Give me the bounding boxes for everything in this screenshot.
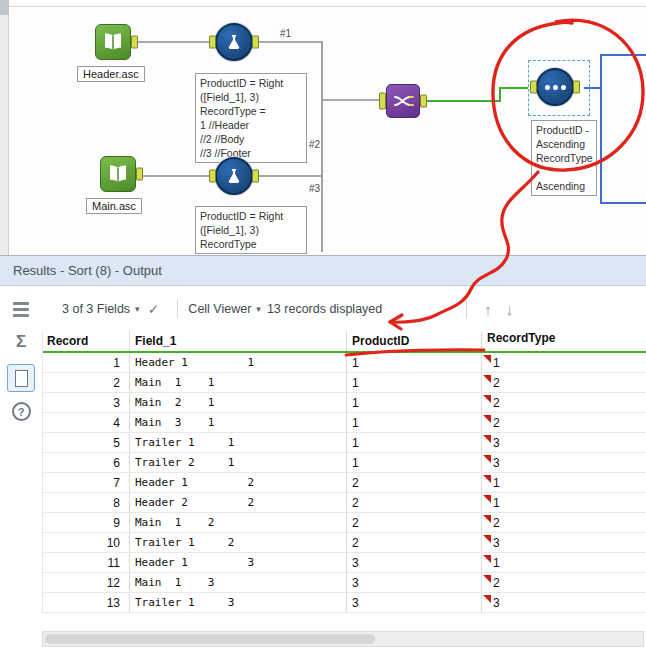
cell-record[interactable]: 4 [43, 413, 129, 432]
cell-field1[interactable]: Trailer 1 1 [129, 433, 346, 452]
cell-record[interactable]: 2 [43, 373, 129, 392]
cell-recordtype[interactable]: 3 [481, 453, 646, 472]
cell-productid[interactable]: 3 [346, 573, 481, 592]
fields-dropdown[interactable]: 3 of 3 Fields ▾ [62, 302, 140, 316]
tool-formula-top[interactable] [215, 23, 253, 61]
move-up-icon[interactable]: ↑ [484, 301, 492, 318]
cell-field1[interactable]: Main 3 1 [129, 413, 346, 432]
cell-field1[interactable]: Header 1 1 [129, 353, 346, 372]
cell-productid[interactable]: 2 [346, 493, 481, 512]
cell-field1[interactable]: Trailer 1 2 [129, 533, 346, 552]
table-row[interactable]: 3Main 2 112 [43, 393, 646, 413]
input-anchor[interactable] [209, 170, 216, 183]
move-down-icon[interactable]: ↓ [506, 301, 514, 318]
output-anchor[interactable] [573, 81, 580, 94]
cell-recordtype[interactable]: 1 [481, 493, 646, 512]
annotation-sort[interactable]: ProductID - Ascending RecordType - Ascen… [531, 120, 597, 196]
cell-productid[interactable]: 1 [346, 453, 481, 472]
table-row[interactable]: 6Trailer 2 113 [43, 453, 646, 473]
annotation-formula-bottom[interactable]: ProductID = Right ([Field_1], 3) RecordT… [195, 206, 307, 254]
cell-productid[interactable]: 1 [346, 393, 481, 412]
cell-record[interactable]: 11 [43, 553, 129, 572]
cell-recordtype[interactable]: 3 [481, 593, 646, 612]
cell-productid[interactable]: 1 [346, 373, 481, 392]
cell-productid[interactable]: 2 [346, 533, 481, 552]
cell-record[interactable]: 12 [43, 573, 129, 592]
output-anchor[interactable] [420, 95, 427, 108]
table-row[interactable]: 1Header 1 111 [43, 353, 646, 373]
cell-record[interactable]: 5 [43, 433, 129, 452]
cell-recordtype[interactable]: 3 [481, 533, 646, 552]
output-anchor[interactable] [136, 168, 143, 181]
cell-recordtype[interactable]: 1 [481, 553, 646, 572]
table-row[interactable]: 10Trailer 1 223 [43, 533, 646, 553]
cell-field1[interactable]: Main 1 3 [129, 573, 346, 592]
cell-field1[interactable]: Header 1 3 [129, 553, 346, 572]
cell-recordtype[interactable]: 2 [481, 573, 646, 592]
cell-record[interactable]: 9 [43, 513, 129, 532]
cell-productid[interactable]: 3 [346, 593, 481, 612]
annotation-formula-top[interactable]: ProductID = Right ([Field_1], 3) RecordT… [195, 73, 307, 163]
cell-field1[interactable]: Main 1 1 [129, 373, 346, 392]
column-header-record[interactable]: Record [43, 331, 129, 351]
cell-record[interactable]: 1 [43, 353, 129, 372]
tool-label-header-asc[interactable]: Header.asc [77, 66, 145, 82]
tool-input-main[interactable] [100, 156, 136, 192]
tool-input-header[interactable] [95, 24, 131, 60]
table-view-button[interactable] [0, 300, 42, 317]
cell-field1[interactable]: Header 1 2 [129, 473, 346, 492]
tool-union[interactable] [386, 84, 420, 118]
horizontal-scrollbar[interactable] [42, 631, 644, 647]
input-anchor[interactable] [530, 81, 537, 94]
table-row[interactable]: 11Header 1 331 [43, 553, 646, 573]
table-row[interactable]: 13Trailer 1 333 [43, 593, 646, 613]
cell-productid[interactable]: 1 [346, 413, 481, 432]
cell-record[interactable]: 6 [43, 453, 129, 472]
tool-label-main-asc[interactable]: Main.asc [86, 198, 142, 214]
connection-union-sort[interactable] [422, 88, 528, 101]
cell-recordtype[interactable]: 2 [481, 513, 646, 532]
table-row[interactable]: 8Header 2 221 [43, 493, 646, 513]
tool-formula-bottom[interactable] [215, 157, 253, 195]
cell-field1[interactable]: Header 2 2 [129, 493, 346, 512]
table-row[interactable]: 7Header 1 221 [43, 473, 646, 493]
cell-field1[interactable]: Trailer 1 3 [129, 593, 346, 612]
cell-record[interactable]: 8 [43, 493, 129, 512]
cell-productid[interactable]: 1 [346, 353, 481, 372]
cell-recordtype[interactable]: 2 [481, 413, 646, 432]
connection-sort-output-up[interactable] [601, 55, 646, 88]
cell-record[interactable]: 7 [43, 473, 129, 492]
table-row[interactable]: 9Main 1 222 [43, 513, 646, 533]
table-row[interactable]: 4Main 3 112 [43, 413, 646, 433]
preview-view-button[interactable] [0, 364, 42, 392]
cell-record[interactable]: 10 [43, 533, 129, 552]
table-row[interactable]: 5Trailer 1 113 [43, 433, 646, 453]
scrollbar-thumb[interactable] [45, 634, 375, 644]
cell-record[interactable]: 13 [43, 593, 129, 612]
tool-sort[interactable] [536, 68, 574, 106]
table-row[interactable]: 12Main 1 332 [43, 573, 646, 593]
input-anchor[interactable] [209, 36, 216, 49]
input-anchor[interactable] [379, 93, 386, 110]
cell-recordtype[interactable]: 2 [481, 393, 646, 412]
cell-field1[interactable]: Trailer 2 1 [129, 453, 346, 472]
cell-recordtype[interactable]: 3 [481, 433, 646, 452]
table-row[interactable]: 2Main 1 112 [43, 373, 646, 393]
apply-check-icon[interactable]: ✓ [148, 301, 160, 317]
cell-recordtype[interactable]: 1 [481, 353, 646, 372]
cell-viewer-dropdown[interactable]: Cell Viewer ▾ [188, 302, 261, 316]
output-anchor[interactable] [131, 36, 138, 49]
column-header-productid[interactable]: ProductID [346, 331, 481, 351]
output-anchor[interactable] [252, 170, 259, 183]
help-button[interactable]: ? [0, 402, 42, 421]
cell-recordtype[interactable]: 1 [481, 473, 646, 492]
cell-recordtype[interactable]: 2 [481, 373, 646, 392]
metadata-view-button[interactable]: Σ [0, 332, 42, 352]
cell-record[interactable]: 3 [43, 393, 129, 412]
column-header-recordtype[interactable]: RecordType [481, 331, 646, 351]
cell-productid[interactable]: 2 [346, 473, 481, 492]
cell-field1[interactable]: Main 2 1 [129, 393, 346, 412]
cell-productid[interactable]: 1 [346, 433, 481, 452]
cell-productid[interactable]: 2 [346, 513, 481, 532]
column-header-field1[interactable]: Field_1 [129, 331, 346, 351]
